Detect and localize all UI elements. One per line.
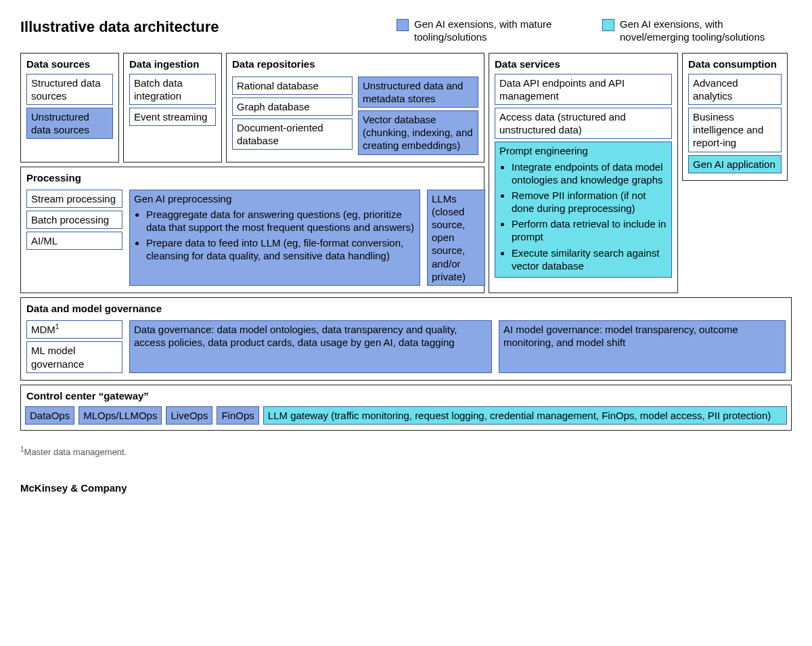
prompt-bullet: Remove PII information (if not done duri… bbox=[512, 189, 667, 215]
box-stream-processing: Stream processing bbox=[26, 190, 122, 208]
section-data-sources: Data sources Structured data sources Uns… bbox=[20, 53, 119, 162]
box-event-streaming: Event streaming bbox=[129, 108, 216, 126]
swatch-novel-icon bbox=[602, 19, 614, 31]
box-document-db: Document-oriented database bbox=[232, 119, 353, 150]
prompt-bullet: Execute similarity search against vector… bbox=[512, 246, 667, 272]
box-genai-application: Gen AI application bbox=[688, 155, 782, 173]
box-prompt-engineering: Prompt engineering Integrate endpoints o… bbox=[495, 142, 672, 278]
legend-novel: Gen AI exensions, with novel/emerging to… bbox=[602, 18, 792, 43]
box-aiml: AI/ML bbox=[26, 232, 122, 250]
preprocessing-bullet: Preaggregate data for answering question… bbox=[146, 208, 415, 234]
box-api-endpoints: Data API endpoints and API management bbox=[495, 74, 672, 105]
box-mlops: MLOps/LLMOps bbox=[78, 406, 162, 425]
box-unstructured-store: Unstructured data and metadata stores bbox=[358, 77, 478, 108]
box-access-data: Access data (structured and unstructured… bbox=[495, 108, 672, 139]
preprocessing-bullet: Prepare data to feed into LLM (eg, file-… bbox=[146, 236, 415, 262]
legend-novel-label: Gen AI exensions, with novel/emerging to… bbox=[620, 18, 792, 43]
section-title: Data ingestion bbox=[129, 58, 216, 70]
section-title: Data consumption bbox=[688, 58, 782, 70]
box-bi-reporting: Business intelligence and report-ing bbox=[688, 108, 782, 152]
box-batch-integration: Batch data integration bbox=[129, 74, 216, 105]
section-data-services: Data services Data API endpoints and API… bbox=[489, 53, 678, 293]
legend-mature-label: Gen AI exensions, with mature tooling/so… bbox=[414, 18, 586, 43]
section-data-repositories: Data repositories Rational database Grap… bbox=[226, 53, 484, 162]
box-rational-db: Rational database bbox=[232, 77, 353, 95]
brand: McKinsey & Company bbox=[20, 481, 792, 494]
box-dataops: DataOps bbox=[25, 406, 74, 425]
footnote: 1Master data management. bbox=[20, 446, 792, 458]
box-data-governance: Data governance: data model ontologies, … bbox=[129, 320, 492, 373]
box-vector-db: Vector database (chunking, indexing, and… bbox=[358, 110, 478, 155]
swatch-mature-icon bbox=[397, 19, 409, 31]
box-graph-db: Graph database bbox=[232, 98, 353, 116]
box-liveops: LiveOps bbox=[166, 406, 212, 425]
footnote-marker: 1 bbox=[55, 323, 60, 330]
section-processing: Processing Stream processing Batch proce… bbox=[20, 167, 484, 294]
prompt-bullet: Integrate endpoints of data model ontolo… bbox=[512, 160, 667, 186]
prompt-title: Prompt engineering bbox=[499, 144, 667, 157]
section-title: Data services bbox=[495, 58, 672, 70]
preprocessing-title: Gen AI preprocessing bbox=[134, 192, 415, 205]
mdm-label: MDM bbox=[31, 324, 55, 335]
box-genai-preprocessing: Gen AI preprocessing Preaggregate data f… bbox=[129, 190, 420, 286]
box-ai-governance: AI model governance: model transparency,… bbox=[499, 320, 786, 373]
box-llms: LLMs (closed source, open source, and/or… bbox=[427, 190, 485, 286]
page-title: Illustrative data architecture bbox=[20, 18, 246, 37]
prompt-bullet: Perform data retrieval to include in pro… bbox=[512, 217, 667, 243]
box-mdm: MDM1 bbox=[26, 320, 122, 339]
box-ml-governance: ML model governance bbox=[26, 341, 122, 372]
architecture-grid: Data sources Structured data sources Uns… bbox=[20, 53, 792, 293]
section-gateway: Control center “gateway” DataOps MLOps/L… bbox=[20, 385, 792, 431]
legend-mature: Gen AI exensions, with mature tooling/so… bbox=[397, 18, 586, 43]
header: Illustrative data architecture Gen AI ex… bbox=[20, 18, 792, 43]
section-data-consumption: Data consumption Advanced analytics Busi… bbox=[682, 53, 788, 180]
legend: Gen AI exensions, with mature tooling/so… bbox=[397, 18, 792, 43]
section-governance: Data and model governance MDM1 ML model … bbox=[20, 297, 792, 381]
section-title: Data and model governance bbox=[26, 302, 786, 315]
box-llm-gateway: LLM gateway (traffic monitoring, request… bbox=[263, 406, 787, 425]
box-unstructured-sources: Unstructured data sources bbox=[26, 108, 113, 139]
section-title: Data sources bbox=[26, 58, 113, 70]
footnote-text: Master data management. bbox=[24, 447, 127, 457]
box-finops: FinOps bbox=[217, 406, 258, 425]
section-data-ingestion: Data ingestion Batch data integration Ev… bbox=[123, 53, 222, 162]
section-title: Control center “gateway” bbox=[26, 389, 786, 402]
box-structured-sources: Structured data sources bbox=[26, 74, 113, 105]
box-advanced-analytics: Advanced analytics bbox=[688, 74, 782, 105]
section-title: Data repositories bbox=[232, 58, 478, 70]
box-batch-processing: Batch processing bbox=[26, 211, 122, 229]
section-title: Processing bbox=[26, 171, 478, 184]
